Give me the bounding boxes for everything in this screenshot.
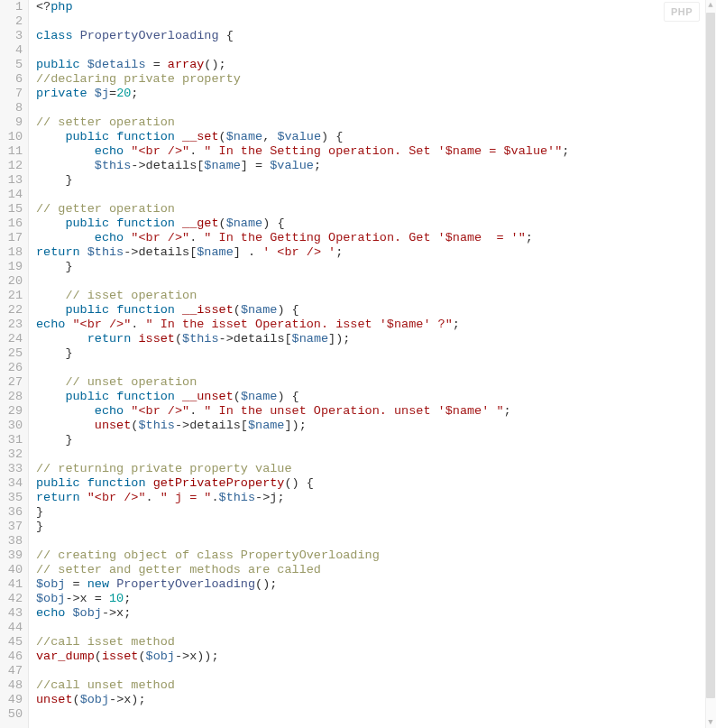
code-area: 1234567891011121314151617181920212223242… (0, 0, 703, 728)
line-number: 15 (0, 202, 23, 217)
code-line: // getter operation (36, 202, 703, 217)
code-line: echo "<br />". " In the Getting Operatio… (36, 231, 703, 245)
line-number: 28 (0, 390, 23, 404)
code-content[interactable]: <?php class PropertyOverloading { public… (29, 0, 703, 728)
line-number: 39 (0, 548, 23, 563)
line-number: 3 (0, 29, 23, 43)
line-number: 48 (0, 678, 23, 693)
code-line: //call unset method (36, 678, 703, 693)
line-number: 42 (0, 592, 23, 606)
code-line: unset($this->details[$name]); (36, 419, 703, 433)
code-line: // setter and getter methods are called (36, 563, 703, 577)
line-number: 5 (0, 58, 23, 72)
line-number: 17 (0, 231, 23, 245)
scrollbar[interactable]: ▲ ▼ (705, 0, 716, 728)
code-line: private $j=20; (36, 87, 703, 101)
code-line: unset($obj->x); (36, 693, 703, 707)
line-number: 13 (0, 173, 23, 188)
code-line: echo "<br />". " In the unset Operation.… (36, 404, 703, 419)
line-number: 50 (0, 707, 23, 722)
code-line (36, 534, 703, 548)
line-number: 6 (0, 72, 23, 87)
line-number: 10 (0, 130, 23, 144)
scrollbar-thumb[interactable] (706, 13, 715, 698)
line-number: 41 (0, 577, 23, 592)
code-line: echo "<br />". " In the Setting operatio… (36, 144, 703, 159)
line-number: 16 (0, 217, 23, 231)
line-number: 27 (0, 375, 23, 390)
code-line: //call isset method (36, 635, 703, 650)
code-line: } (36, 433, 703, 447)
code-line: // setter operation (36, 115, 703, 130)
line-number: 38 (0, 534, 23, 548)
line-number: 2 (0, 14, 23, 29)
code-line: } (36, 520, 703, 534)
code-line (36, 43, 703, 58)
line-number: 29 (0, 404, 23, 419)
scroll-up-icon[interactable]: ▲ (705, 0, 716, 11)
line-number: 26 (0, 361, 23, 375)
line-number: 14 (0, 188, 23, 202)
line-number: 44 (0, 621, 23, 635)
code-line: } (36, 505, 703, 520)
code-line (36, 707, 703, 722)
line-number: 35 (0, 491, 23, 505)
line-number: 11 (0, 144, 23, 159)
line-number: 49 (0, 693, 23, 707)
line-number: 22 (0, 303, 23, 318)
line-number: 31 (0, 433, 23, 447)
code-line: } (36, 260, 703, 274)
scroll-down-icon[interactable]: ▼ (705, 717, 716, 728)
code-line: public function __set($name, $value) { (36, 130, 703, 144)
code-line (36, 274, 703, 289)
code-line: class PropertyOverloading { (36, 29, 703, 43)
code-line: public function __get($name) { (36, 217, 703, 231)
line-number: 9 (0, 115, 23, 130)
line-number: 19 (0, 260, 23, 274)
code-line (36, 361, 703, 375)
code-line: echo "<br />". " In the isset Operation.… (36, 318, 703, 332)
code-line: return $this->details[$name] . ' <br /> … (36, 245, 703, 260)
line-number: 7 (0, 87, 23, 101)
line-number: 23 (0, 318, 23, 332)
line-number: 4 (0, 43, 23, 58)
code-line (36, 14, 703, 29)
code-line: return "<br />". " j = ".$this->j; (36, 491, 703, 505)
code-line: echo $obj->x; (36, 606, 703, 621)
code-line (36, 621, 703, 635)
code-line: $this->details[$name] = $value; (36, 159, 703, 173)
line-number: 43 (0, 606, 23, 621)
line-number: 18 (0, 245, 23, 260)
code-line: // creating object of class PropertyOver… (36, 548, 703, 563)
line-number: 32 (0, 447, 23, 462)
line-number: 30 (0, 419, 23, 433)
line-number: 33 (0, 462, 23, 476)
line-number: 47 (0, 664, 23, 678)
code-line: } (36, 173, 703, 188)
line-number: 25 (0, 346, 23, 361)
line-number: 1 (0, 0, 23, 14)
line-number: 21 (0, 289, 23, 303)
code-line (36, 447, 703, 462)
line-number: 20 (0, 274, 23, 289)
code-line: // returning private property value (36, 462, 703, 476)
line-number-gutter: 1234567891011121314151617181920212223242… (0, 0, 29, 728)
code-line (36, 188, 703, 202)
code-line: public function __isset($name) { (36, 303, 703, 318)
line-number: 8 (0, 101, 23, 115)
code-line (36, 101, 703, 115)
code-line: var_dump(isset($obj->x)); (36, 650, 703, 664)
code-editor: PHP ▲ ▼ 12345678910111213141516171819202… (0, 0, 716, 728)
code-line: $obj->x = 10; (36, 592, 703, 606)
code-line: //declaring private property (36, 72, 703, 87)
code-line: // isset operation (36, 289, 703, 303)
line-number: 40 (0, 563, 23, 577)
code-line: public function getPrivateProperty() { (36, 476, 703, 491)
line-number: 34 (0, 476, 23, 491)
line-number: 24 (0, 332, 23, 346)
code-line: $obj = new PropertyOverloading(); (36, 577, 703, 592)
code-line: public $details = array(); (36, 58, 703, 72)
line-number: 36 (0, 505, 23, 520)
line-number: 37 (0, 520, 23, 534)
line-number: 46 (0, 650, 23, 664)
